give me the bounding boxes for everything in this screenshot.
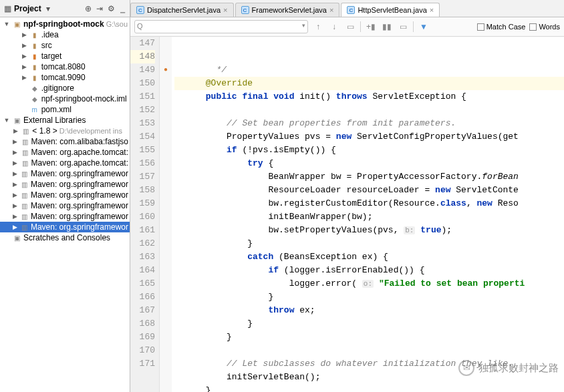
tree-item[interactable]: ▶▥Maven: org.springframewor (0, 222, 130, 232)
words-checkbox[interactable]: Words (529, 23, 560, 31)
hide-icon[interactable]: ⎯ (118, 4, 127, 13)
disclosure-arrow-icon[interactable]: ▶ (12, 192, 18, 198)
code-line[interactable]: BeanWrapper bw = PropertyAccessorFactory… (174, 170, 564, 184)
tree-item[interactable]: ▶▮.idea (0, 29, 130, 40)
line-number[interactable]: 162 (130, 237, 155, 250)
tab-dispatcherservlet-java[interactable]: CDispatcherServlet.java× (130, 3, 234, 17)
disclosure-arrow-icon[interactable]: ▶ (12, 138, 18, 145)
tree-item[interactable]: ▶▥Maven: org.apache.tomcat: (0, 147, 130, 158)
line-number[interactable]: 161 (130, 224, 155, 237)
close-icon[interactable]: × (329, 6, 333, 14)
code-line[interactable]: bw.registerCustomEditor(Resource.class, … (174, 197, 564, 210)
disclosure-arrow-icon[interactable]: ▶ (12, 213, 18, 220)
close-icon[interactable]: × (223, 6, 227, 14)
prev-match-button[interactable]: ↑ (312, 21, 324, 33)
code-line[interactable]: if (!pvs.isEmpty()) { (174, 144, 564, 157)
code-line[interactable]: public final void init() throws ServletE… (174, 90, 564, 104)
disclosure-arrow-icon[interactable]: ▶ (21, 42, 28, 49)
line-number[interactable]: 163 (130, 250, 155, 264)
scroll-from-source-icon[interactable]: ⊕ (84, 4, 93, 13)
line-number[interactable]: 148 (130, 50, 155, 63)
line-number[interactable]: 168 (130, 317, 155, 331)
code-line[interactable]: ResourceLoader resourceLoader = new Serv… (174, 184, 564, 197)
tab-frameworkservlet-java[interactable]: CFrameworkServlet.java× (235, 3, 340, 17)
match-case-checkbox[interactable]: Match Case (477, 23, 526, 31)
code-line[interactable]: */ (174, 63, 564, 77)
code-line[interactable]: if (logger.isErrorEnabled()) { (174, 264, 564, 277)
tree-item[interactable]: ▶▮src (0, 40, 130, 51)
code-text[interactable]: */ @Override public final void init() th… (172, 37, 564, 392)
tree-item[interactable]: ▶▮target (0, 51, 130, 61)
tree-item[interactable]: ▶▥< 1.8 > D:\development ins (0, 126, 130, 136)
line-number[interactable]: 158 (130, 184, 155, 197)
disclosure-arrow-icon[interactable]: ▶ (21, 31, 28, 38)
next-match-button[interactable]: ↓ (328, 21, 340, 33)
disclosure-arrow-icon[interactable]: ▼ (3, 117, 10, 124)
code-line[interactable] (174, 104, 564, 117)
line-number[interactable]: 156 (130, 157, 155, 170)
line-number[interactable]: 169 (130, 331, 155, 344)
code-line[interactable]: catch (BeansException ex) { (174, 250, 564, 264)
code-line[interactable]: bw.setPropertyValues(pvs, b: true); (174, 224, 564, 237)
code-line[interactable]: } (174, 384, 564, 392)
line-number[interactable]: 157 (130, 170, 155, 184)
tree-item[interactable]: ◆npf-springboot-mock.iml (0, 93, 130, 104)
line-number[interactable]: 147 (130, 37, 155, 50)
tree-item[interactable]: ▶▥Maven: org.springframewor (0, 190, 130, 200)
line-number[interactable]: 149 (130, 63, 155, 77)
line-number[interactable]: 159 (130, 197, 155, 210)
line-number[interactable]: 150 (130, 77, 155, 90)
filter-icon[interactable]: ▼ (418, 21, 430, 33)
tab-httpservletbean-java[interactable]: CHttpServletBean.java× (341, 3, 440, 17)
tree-item[interactable]: ▶▥Maven: org.springframewor (0, 200, 130, 211)
disclosure-arrow-icon[interactable]: ▶ (21, 74, 28, 81)
disclosure-arrow-icon[interactable]: ▶ (12, 128, 19, 134)
scratches-and-consoles[interactable]: ▣Scratches and Consoles (0, 232, 130, 243)
project-root[interactable]: ▼▣npf-springboot-mock G:\sou (0, 19, 130, 29)
close-icon[interactable]: × (430, 6, 434, 14)
code-line[interactable]: // Set bean properties from init paramet… (174, 117, 564, 130)
code-line[interactable]: } (174, 290, 564, 304)
disclosure-arrow-icon[interactable]: ▶ (12, 181, 18, 188)
line-number[interactable]: 166 (130, 290, 155, 304)
disclosure-arrow-icon[interactable]: ▶ (12, 160, 18, 166)
line-number[interactable]: 164 (130, 264, 155, 277)
occurrences-button[interactable]: ▭ (344, 21, 356, 33)
tree-item[interactable]: ▶▥Maven: org.springframewor (0, 168, 130, 179)
gear-icon[interactable]: ⚙ (106, 4, 116, 13)
line-number[interactable]: 155 (130, 144, 155, 157)
search-history-caret-icon[interactable]: ▾ (302, 22, 305, 29)
tree-item[interactable]: ▶▮tomcat.9090 (0, 72, 130, 83)
dropdown-caret-icon[interactable]: ▾ (43, 4, 53, 13)
tree-item[interactable]: ▶▥Maven: org.apache.tomcat: (0, 158, 130, 168)
code-line[interactable]: try { (174, 157, 564, 170)
line-number[interactable]: 151 (130, 90, 155, 104)
line-number[interactable]: 153 (130, 117, 155, 130)
disclosure-arrow-icon[interactable]: ▶ (21, 53, 28, 59)
code-line[interactable] (174, 344, 564, 357)
code-line[interactable]: throw ex; (174, 304, 564, 317)
collapse-icon[interactable]: ⇥ (95, 4, 104, 13)
tree-item[interactable]: ▶▥Maven: org.springframewor (0, 179, 130, 190)
select-all-button[interactable]: ▮▮ (381, 21, 393, 33)
code-line[interactable]: logger.error( o: "Failed to set bean pro… (174, 277, 564, 290)
code-line[interactable]: } (174, 237, 564, 250)
disclosure-arrow-icon[interactable]: ▶ (12, 224, 18, 230)
add-selection-button[interactable]: +▮ (365, 21, 377, 33)
external-libraries[interactable]: ▼▣External Libraries (0, 115, 130, 126)
tree-item[interactable]: ▶▥Maven: org.springframewor (0, 211, 130, 222)
disclosure-arrow-icon[interactable]: ▼ (3, 21, 10, 27)
line-number[interactable]: 152 (130, 104, 155, 117)
disclosure-arrow-icon[interactable]: ▶ (12, 202, 18, 209)
line-number[interactable]: 171 (130, 357, 155, 371)
code-area[interactable]: 1471481491501511521531541551561571581591… (130, 37, 564, 392)
code-line[interactable]: PropertyValues pvs = new ServletConfigPr… (174, 130, 564, 144)
code-line[interactable]: } (174, 331, 564, 344)
code-line[interactable]: initBeanWrapper(bw); (174, 210, 564, 224)
line-number[interactable]: 154 (130, 130, 155, 144)
tree-item[interactable]: ◆.gitignore (0, 83, 130, 93)
tree-item[interactable]: mpom.xml (0, 104, 130, 115)
remove-selection-button[interactable]: ▭ (397, 21, 409, 33)
line-number[interactable]: 160 (130, 210, 155, 224)
disclosure-arrow-icon[interactable]: ▶ (12, 170, 18, 177)
